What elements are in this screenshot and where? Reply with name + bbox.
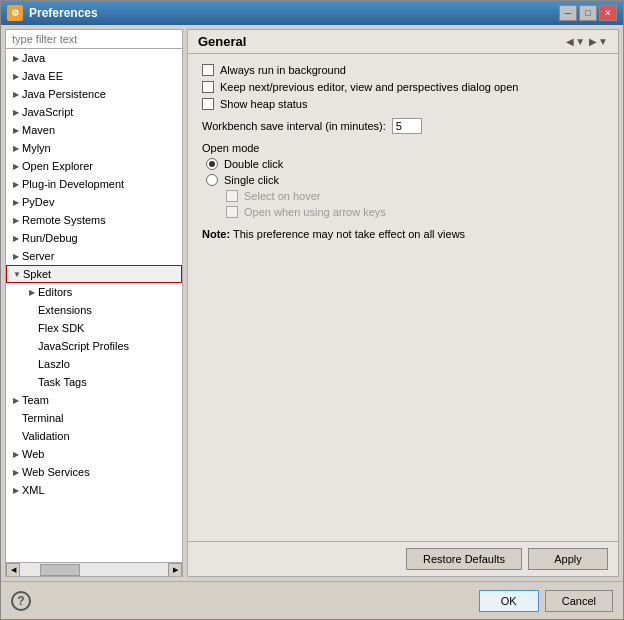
sidebar-item-javascript[interactable]: ▶ JavaScript <box>6 103 182 121</box>
sidebar-item-web-services[interactable]: ▶ Web Services <box>6 463 182 481</box>
expand-icon: ▶ <box>10 106 22 118</box>
minimize-button[interactable]: ─ <box>559 5 577 21</box>
sidebar-item-label: JavaScript Profiles <box>38 340 129 352</box>
sidebar-item-label: PyDev <box>22 196 54 208</box>
sidebar-item-label: Mylyn <box>22 142 51 154</box>
expand-icon: ▶ <box>10 88 22 100</box>
back-button[interactable]: ◀ ▼ <box>566 36 585 47</box>
sidebar-item-remote-systems[interactable]: ▶ Remote Systems <box>6 211 182 229</box>
show-heap-checkbox[interactable] <box>202 98 214 110</box>
sidebar-item-label: Web <box>22 448 44 460</box>
double-click-radio[interactable] <box>206 158 218 170</box>
expand-icon: ▶ <box>10 448 22 460</box>
sidebar-item-terminal[interactable]: Terminal <box>6 409 182 427</box>
sidebar-item-mylyn[interactable]: ▶ Mylyn <box>6 139 182 157</box>
restore-defaults-button[interactable]: Restore Defaults <box>406 548 522 570</box>
sidebar-item-java[interactable]: ▶ Java <box>6 49 182 67</box>
double-click-label: Double click <box>224 158 283 170</box>
sidebar-item-task-tags[interactable]: Task Tags <box>6 373 182 391</box>
forward-icon: ▶ <box>589 36 597 47</box>
sidebar-item-flex-sdk[interactable]: Flex SDK <box>6 319 182 337</box>
sidebar-item-label: Maven <box>22 124 55 136</box>
sidebar-item-javascript-profiles[interactable]: JavaScript Profiles <box>6 337 182 355</box>
sidebar-item-laszlo[interactable]: Laszlo <box>6 355 182 373</box>
panel-title: General <box>198 34 246 49</box>
note-text: Note: This preference may not take effec… <box>202 228 604 240</box>
panel-bottom-buttons: Restore Defaults Apply <box>188 541 618 576</box>
scroll-thumb[interactable] <box>40 564 80 576</box>
expand-icon: ▶ <box>10 484 22 496</box>
select-hover-checkbox[interactable] <box>226 190 238 202</box>
note-bold: Note: <box>202 228 230 240</box>
sidebar-item-maven[interactable]: ▶ Maven <box>6 121 182 139</box>
scroll-left-button[interactable]: ◀ <box>6 563 20 577</box>
expand-icon: ▶ <box>26 286 38 298</box>
keep-next-checkbox[interactable] <box>202 81 214 93</box>
open-arrow-checkbox[interactable] <box>226 206 238 218</box>
title-bar-controls: ─ □ ✕ <box>559 5 617 21</box>
open-arrow-label: Open when using arrow keys <box>244 206 386 218</box>
back-icon: ◀ <box>566 36 574 47</box>
sidebar-item-web[interactable]: ▶ Web <box>6 445 182 463</box>
sidebar-item-pydev[interactable]: ▶ PyDev <box>6 193 182 211</box>
collapse-icon: ▼ <box>11 268 23 280</box>
sidebar-item-label: Run/Debug <box>22 232 78 244</box>
sidebar-item-label: Team <box>22 394 49 406</box>
workbench-interval-input[interactable] <box>392 118 422 134</box>
show-heap-row: Show heap status <box>202 98 604 110</box>
sidebar-item-xml[interactable]: ▶ XML <box>6 481 182 499</box>
sidebar-item-java-ee[interactable]: ▶ Java EE <box>6 67 182 85</box>
sidebar-item-validation[interactable]: Validation <box>6 427 182 445</box>
workbench-label: Workbench save interval (in minutes): <box>202 120 386 132</box>
expand-icon: ▶ <box>10 214 22 226</box>
horizontal-scrollbar[interactable]: ◀ ▶ <box>6 562 182 576</box>
sidebar-item-label: Editors <box>38 286 72 298</box>
open-mode-label: Open mode <box>202 142 604 154</box>
forward-button[interactable]: ▶ ▼ <box>589 36 608 47</box>
nav-buttons: ◀ ▼ ▶ ▼ <box>566 36 608 47</box>
sidebar-item-open-explorer[interactable]: ▶ Open Explorer <box>6 157 182 175</box>
sidebar-item-team[interactable]: ▶ Team <box>6 391 182 409</box>
scroll-right-button[interactable]: ▶ <box>168 563 182 577</box>
ok-button[interactable]: OK <box>479 590 539 612</box>
keep-next-row: Keep next/previous editor, view and pers… <box>202 81 604 93</box>
sidebar-item-java-persistence[interactable]: ▶ Java Persistence <box>6 85 182 103</box>
expand-icon: ▶ <box>10 142 22 154</box>
preferences-window: ⚙ Preferences ─ □ ✕ ▶ Java ▶ Java EE <box>0 0 624 620</box>
cancel-button[interactable]: Cancel <box>545 590 613 612</box>
tree-container: ▶ Java ▶ Java EE ▶ Java Persistence ▶ Ja… <box>6 49 182 562</box>
sidebar-item-label: Java <box>22 52 45 64</box>
single-click-radio[interactable] <box>206 174 218 186</box>
window-icon: ⚙ <box>7 5 23 21</box>
always-run-checkbox[interactable] <box>202 64 214 76</box>
select-hover-row: Select on hover <box>226 190 604 202</box>
expand-icon: ▶ <box>10 70 22 82</box>
sidebar-item-server[interactable]: ▶ Server <box>6 247 182 265</box>
panel-header: General ◀ ▼ ▶ ▼ <box>188 30 618 54</box>
maximize-button[interactable]: □ <box>579 5 597 21</box>
footer: ? OK Cancel <box>1 581 623 619</box>
window-title: Preferences <box>29 6 98 20</box>
sidebar-item-label: Laszlo <box>38 358 70 370</box>
expand-icon: ▶ <box>10 466 22 478</box>
sidebar-item-run-debug[interactable]: ▶ Run/Debug <box>6 229 182 247</box>
scroll-track[interactable] <box>20 563 168 577</box>
sidebar-item-editors[interactable]: ▶ Editors <box>6 283 182 301</box>
filter-input[interactable] <box>6 30 182 49</box>
expand-icon: ▶ <box>10 52 22 64</box>
sidebar-item-extensions[interactable]: Extensions <box>6 301 182 319</box>
sidebar-item-plugin-development[interactable]: ▶ Plug-in Development <box>6 175 182 193</box>
double-click-row: Double click <box>206 158 604 170</box>
help-icon[interactable]: ? <box>11 591 31 611</box>
expand-icon: ▶ <box>10 250 22 262</box>
close-button[interactable]: ✕ <box>599 5 617 21</box>
sidebar-item-label: Server <box>22 250 54 262</box>
always-run-label: Always run in background <box>220 64 346 76</box>
apply-button[interactable]: Apply <box>528 548 608 570</box>
sidebar-item-spket[interactable]: ▼ Spket <box>6 265 182 283</box>
single-click-label: Single click <box>224 174 279 186</box>
sidebar-item-label: Extensions <box>38 304 92 316</box>
select-hover-label: Select on hover <box>244 190 320 202</box>
sidebar: ▶ Java ▶ Java EE ▶ Java Persistence ▶ Ja… <box>5 29 183 577</box>
sidebar-item-label: JavaScript <box>22 106 73 118</box>
